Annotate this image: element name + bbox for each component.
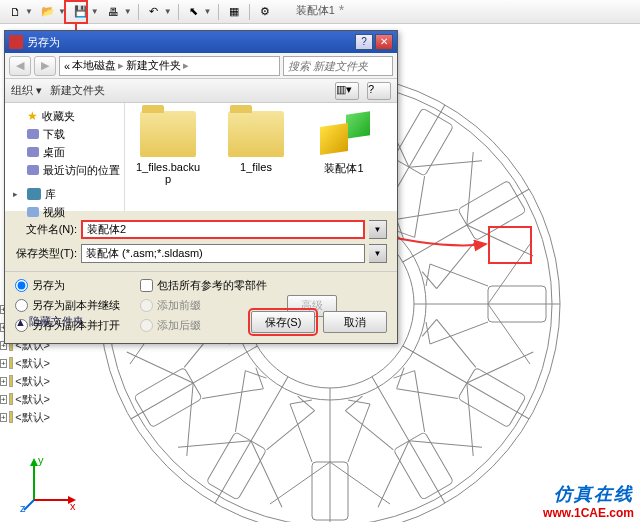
dialog-toolbar: 组织 ▾ 新建文件夹 ▥▾ ? — [5, 79, 397, 103]
print-icon: 🖶 — [108, 6, 119, 18]
dialog-nav: ◀ ▶ « 本地磁盘 ▸ 新建文件夹 ▸ — [5, 53, 397, 79]
opt-add-prefix: 添加前缀 — [140, 298, 267, 313]
filetype-label: 保存类型(T): — [15, 246, 77, 261]
dialog-body: ★收藏夹 下载 桌面 最近访问的位置 ▸库 视频 1_files.backup … — [5, 103, 397, 211]
sidebar-recent[interactable]: 最近访问的位置 — [7, 161, 122, 179]
tree-item[interactable]: +<默认> — [0, 408, 50, 426]
app-icon — [9, 35, 23, 49]
save-button[interactable]: 保存(S) — [251, 311, 315, 333]
select-button[interactable]: ⬉ — [183, 2, 205, 22]
help-button[interactable]: ? — [367, 82, 391, 100]
open-icon: 📂 — [41, 5, 55, 18]
svg-text:y: y — [38, 454, 44, 466]
breadcrumb[interactable]: « 本地磁盘 ▸ 新建文件夹 ▸ — [59, 56, 280, 76]
undo-icon: ↶ — [149, 5, 158, 18]
rebuild-icon: ▦ — [229, 5, 239, 18]
search-input[interactable] — [288, 60, 388, 72]
footer-brand: 仿真在线 www.1CAE.com — [543, 482, 634, 520]
filetype-dropdown[interactable]: ▼ — [369, 244, 387, 263]
new-folder-button[interactable]: 新建文件夹 — [50, 83, 105, 98]
dropdown-icon[interactable]: ▼ — [91, 7, 99, 16]
organize-menu[interactable]: 组织 ▾ — [11, 83, 42, 98]
document-tab[interactable]: 装配体1 * — [296, 2, 345, 18]
search-box[interactable] — [283, 56, 393, 76]
tree-item[interactable]: +<默认> — [0, 372, 50, 390]
dialog-titlebar[interactable]: 另存为 ? ✕ — [5, 31, 397, 53]
new-button[interactable]: 🗋 — [4, 2, 26, 22]
help-button[interactable]: ? — [355, 34, 373, 50]
save-button-highlight — [64, 0, 88, 24]
options-button[interactable]: ⚙ — [254, 2, 276, 22]
brand-text: 仿真在线 — [543, 482, 634, 506]
select-icon: ⬉ — [189, 5, 198, 18]
sidebar-videos[interactable]: 视频 — [7, 203, 122, 221]
tree-item[interactable]: +<默认> — [0, 354, 50, 372]
svg-line-10 — [24, 500, 34, 510]
opt-include-refs[interactable]: 包括所有参考的零部件 — [140, 278, 267, 293]
svg-text:x: x — [70, 500, 76, 512]
list-item[interactable]: 装配体1 — [309, 111, 379, 203]
list-item[interactable]: 1_files — [221, 111, 291, 203]
filename-dropdown[interactable]: ▼ — [369, 220, 387, 239]
list-item[interactable]: 1_files.backup — [133, 111, 203, 203]
sidebar-desktop[interactable]: 桌面 — [7, 143, 122, 161]
folder-icon — [140, 111, 196, 157]
file-list[interactable]: 1_files.backup 1_files 装配体1 — [125, 103, 397, 211]
sidebar-favorites[interactable]: ★收藏夹 — [7, 107, 122, 125]
forward-button[interactable]: ▶ — [34, 56, 56, 76]
view-button[interactable]: ▥▾ — [335, 82, 359, 100]
crumb-segment[interactable]: 新建文件夹 — [126, 58, 181, 73]
undo-button[interactable]: ↶ — [143, 2, 165, 22]
view-triad[interactable]: y x z — [20, 454, 80, 514]
dropdown-icon[interactable]: ▼ — [124, 7, 132, 16]
brand-url: www.1CAE.com — [543, 506, 634, 520]
sidebar-downloads[interactable]: 下载 — [7, 125, 122, 143]
dropdown-icon[interactable]: ▼ — [204, 7, 212, 16]
options-icon: ⚙ — [260, 5, 270, 18]
cancel-button[interactable]: 取消 — [323, 311, 387, 333]
assembly-icon — [316, 111, 372, 157]
opt-add-suffix: 添加后缀 — [140, 318, 267, 333]
target-highlight — [488, 226, 532, 264]
print-button[interactable]: 🖶 — [103, 2, 125, 22]
filename-input[interactable]: 装配体2 — [81, 220, 365, 239]
sidebar-libraries[interactable]: ▸库 — [7, 185, 122, 203]
svg-text:z: z — [20, 502, 26, 514]
separator — [249, 4, 250, 20]
dropdown-icon[interactable]: ▼ — [25, 7, 33, 16]
dropdown-icon[interactable]: ▼ — [164, 7, 172, 16]
crumb-segment[interactable]: 本地磁盘 — [72, 58, 116, 73]
close-button[interactable]: ✕ — [375, 34, 393, 50]
doc-title: 装配体1 — [296, 3, 335, 18]
new-icon: 🗋 — [10, 6, 21, 18]
separator — [218, 4, 219, 20]
open-button[interactable]: 📂 — [37, 2, 59, 22]
separator — [138, 4, 139, 20]
tree-item[interactable]: +<默认> — [0, 390, 50, 408]
folder-icon — [228, 111, 284, 157]
filename-label: 文件名(N): — [15, 222, 77, 237]
rebuild-button[interactable]: ▦ — [223, 2, 245, 22]
nav-pane[interactable]: ★收藏夹 下载 桌面 最近访问的位置 ▸库 视频 — [5, 103, 125, 211]
opt-saveas-copy-continue[interactable]: 另存为副本并继续 — [15, 298, 120, 313]
back-button[interactable]: ◀ — [9, 56, 31, 76]
hide-folders-toggle[interactable]: ▲隐藏文件夹 — [15, 314, 84, 329]
opt-saveas[interactable]: 另存为 — [15, 278, 120, 293]
separator — [178, 4, 179, 20]
dialog-title: 另存为 — [27, 35, 60, 50]
save-as-dialog: 另存为 ? ✕ ◀ ▶ « 本地磁盘 ▸ 新建文件夹 ▸ 组织 ▾ 新建文件夹 … — [4, 30, 398, 344]
close-icon[interactable]: * — [339, 2, 344, 18]
svg-marker-7 — [30, 458, 38, 466]
filetype-select[interactable]: 装配体 (*.asm;*.sldasm) — [81, 244, 365, 263]
